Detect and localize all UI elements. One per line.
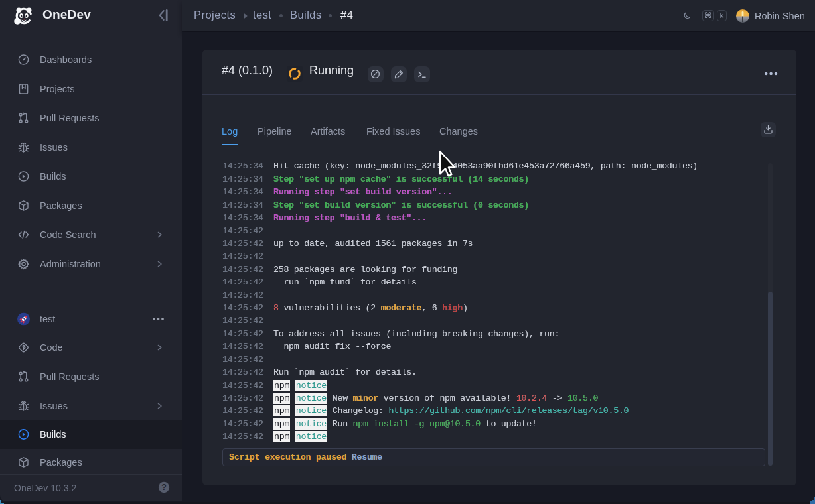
svg-text:?: ? — [161, 483, 167, 492]
